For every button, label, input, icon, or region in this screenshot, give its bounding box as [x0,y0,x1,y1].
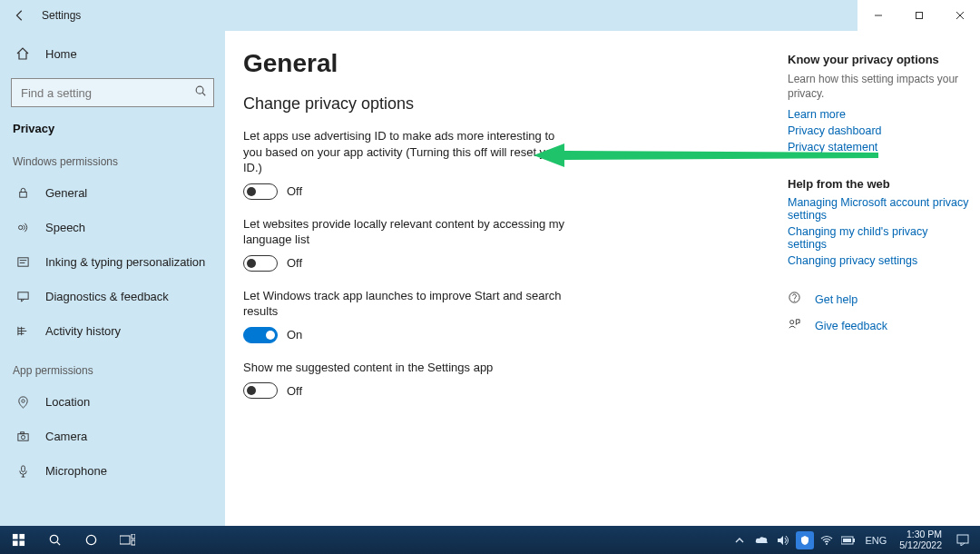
inking-icon [13,255,33,269]
sidebar-item-label: General [45,186,87,200]
svg-point-25 [790,321,794,324]
sidebar-item-activity[interactable]: Activity history [0,313,225,348]
minimize-button[interactable] [858,0,898,31]
tray-time: 1:30 PM [899,529,942,540]
svg-point-32 [86,535,95,544]
setting-desc: Show me suggested content in the Setting… [243,360,570,376]
svg-point-7 [18,225,22,229]
sidebar-item-label: Camera [45,430,87,443]
sidebar-item-location[interactable]: Location [0,384,225,419]
maximize-button[interactable] [898,0,939,31]
svg-rect-8 [17,257,27,265]
toggle-state-label: Off [287,184,302,198]
speech-icon [13,221,33,234]
get-help-link[interactable]: Get help [815,293,858,306]
link-help-1[interactable]: Managing Microsoft account privacy setti… [788,196,969,222]
sidebar-item-microphone[interactable]: Microphone [0,453,225,488]
setting-suggested-content: Show me suggested content in the Setting… [243,360,570,400]
svg-rect-6 [19,192,26,197]
sidebar-item-speech[interactable]: Speech [0,210,225,244]
give-feedback-link[interactable]: Give feedback [815,320,887,332]
tray-language[interactable]: ENG [861,526,890,554]
tray-onedrive-icon[interactable] [752,526,770,554]
svg-rect-21 [21,465,24,471]
svg-rect-34 [132,534,135,539]
sidebar-item-camera[interactable]: Camera [0,419,225,453]
setting-desc: Let Windows track app launches to improv… [243,288,570,320]
svg-point-17 [21,399,24,401]
svg-rect-40 [843,539,851,542]
sidebar-item-diagnostics[interactable]: Diagnostics & feedback [0,279,225,313]
link-help-2[interactable]: Changing my child's privacy settings [788,225,969,251]
history-icon [13,324,33,338]
svg-rect-18 [17,433,27,440]
feedback-icon [788,317,804,334]
tray-volume-icon[interactable] [774,526,792,554]
taskbar: ENG 1:30 PM 5/12/2022 [0,526,980,554]
svg-rect-39 [853,539,855,542]
sidebar-category: Privacy [0,113,225,139]
setting-desc: Let websites provide locally relevant co… [243,216,570,248]
window-titlebar: Settings [0,0,980,31]
search-input[interactable] [11,78,214,107]
info-heading: Know your privacy options [788,53,969,66]
sidebar: Home Privacy Windows permissions General… [0,31,225,526]
toggle-advertising-id[interactable] [243,183,278,200]
search-container [11,78,214,107]
taskbar-search[interactable] [36,526,73,554]
toggle-state-label: Off [287,256,302,270]
tray-security-icon[interactable] [796,526,814,554]
link-privacy-statement[interactable]: Privacy statement [788,141,969,153]
svg-rect-29 [19,540,24,546]
svg-rect-20 [20,431,24,433]
tray-battery-icon[interactable] [839,526,858,554]
sidebar-home[interactable]: Home [0,36,225,71]
toggle-state-label: On [287,328,302,341]
svg-point-24 [794,301,795,302]
taskbar-taskview[interactable] [109,526,145,554]
tray-notifications-icon[interactable] [951,526,975,554]
get-help-row[interactable]: Get help [788,291,969,308]
svg-rect-11 [17,292,27,299]
svg-point-30 [50,535,57,542]
sidebar-section-windows: Windows permissions [0,139,225,175]
sidebar-section-app: App permissions [0,348,225,384]
tray-clock[interactable]: 1:30 PM 5/12/2022 [894,529,947,550]
toggle-track-launches[interactable] [243,327,278,343]
svg-point-37 [826,543,828,545]
svg-rect-35 [132,540,135,545]
tray-wifi-icon[interactable] [818,526,836,554]
link-help-3[interactable]: Changing privacy settings [788,254,969,267]
toggle-language-list[interactable] [243,255,278,272]
taskbar-cortana[interactable] [73,526,109,554]
setting-track-launches: Let Windows track app launches to improv… [243,288,570,343]
start-button[interactable] [0,526,36,554]
sidebar-item-label: Speech [45,221,85,234]
toggle-suggested-content[interactable] [243,382,278,399]
svg-line-31 [56,542,59,545]
link-learn-more[interactable]: Learn more [788,108,969,121]
camera-icon [13,430,33,443]
help-icon [788,291,804,308]
location-icon [13,395,33,409]
help-heading: Help from the web [788,177,969,191]
close-button[interactable] [939,0,980,31]
window-title: Settings [42,9,81,22]
svg-rect-1 [916,13,922,19]
svg-rect-26 [12,534,17,539]
link-privacy-dashboard[interactable]: Privacy dashboard [788,124,969,137]
home-icon [13,46,33,61]
sidebar-home-label: Home [45,47,77,61]
sidebar-item-general[interactable]: General [0,175,225,210]
tray-chevron-icon[interactable] [730,526,749,554]
sidebar-item-label: Activity history [45,324,121,338]
svg-point-19 [21,435,24,439]
toggle-state-label: Off [287,384,302,398]
tray-date: 5/12/2022 [899,540,942,551]
give-feedback-row[interactable]: Give feedback [788,317,969,334]
sidebar-item-label: Microphone [45,464,107,478]
page-title: General [243,49,788,78]
back-button[interactable] [7,9,33,22]
sidebar-item-label: Diagnostics & feedback [45,290,169,303]
sidebar-item-inking[interactable]: Inking & typing personalization [0,244,225,279]
